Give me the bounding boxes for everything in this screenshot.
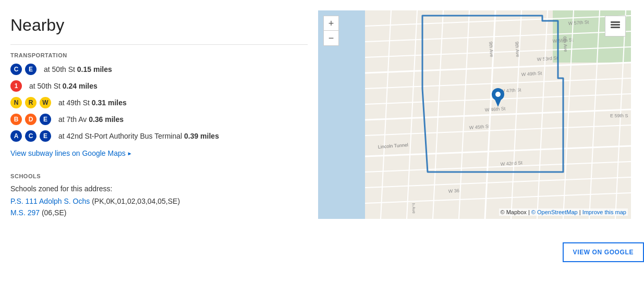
school-link[interactable]: P.S. 111 Adolph S. Ochs — [10, 197, 90, 205]
subway-badge: C — [10, 64, 22, 75]
svg-text:h Ave: h Ave — [411, 203, 416, 214]
svg-rect-48 — [611, 27, 620, 28]
svg-text:E 59th S: E 59th S — [610, 113, 628, 118]
page-title: Nearby — [10, 16, 308, 35]
zoom-in-button[interactable]: + — [324, 16, 338, 31]
subway-badge: 1 — [10, 80, 22, 92]
map-attribution: © Mapbox | © OpenStreetMap | Improve thi… — [499, 208, 628, 216]
subway-badge: R — [25, 97, 37, 108]
arrow-right-icon: ► — [127, 151, 132, 156]
subway-badge: W — [40, 97, 51, 108]
transport-item: BDEat 7th Av 0.36 miles — [10, 114, 308, 125]
transportation-section-label: TRANSPORTATION — [10, 52, 308, 58]
right-panel: W 57th St W 55th St W 53rd St W 49th St … — [318, 10, 644, 273]
subway-badge: E — [40, 114, 51, 125]
school-link[interactable]: M.S. 297 — [10, 208, 40, 217]
school-item: M.S. 297 (06,SE) — [10, 208, 308, 217]
subway-badge: D — [25, 114, 37, 125]
school-item: P.S. 111 Adolph S. Ochs (PK,0K,01,02,03,… — [10, 197, 308, 205]
schools-list: P.S. 111 Adolph S. Ochs (PK,0K,01,02,03,… — [10, 197, 308, 217]
svg-text:9th Ave: 9th Ave — [514, 41, 520, 57]
subway-badge: C — [25, 130, 37, 142]
map-svg: W 57th St W 55th St W 53rd St W 49th St … — [318, 10, 631, 219]
transport-item-text: at 42nd St-Port Authority Bus Terminal 0… — [58, 132, 219, 140]
school-grades: (PK,0K,01,02,03,04,05,SE) — [90, 197, 180, 205]
transport-item-text: at 50th St 0.24 miles — [29, 82, 98, 90]
svg-point-44 — [495, 92, 501, 97]
subway-badge: A — [10, 130, 22, 142]
layers-icon — [610, 20, 621, 32]
svg-rect-49 — [611, 21, 620, 23]
divider — [10, 44, 308, 45]
improve-map-link[interactable]: Improve this map — [582, 209, 626, 215]
svg-text:6th Ave: 6th Ave — [562, 36, 568, 52]
transport-item-text: at 50th St 0.15 miles — [44, 65, 112, 73]
svg-text:W 36: W 36 — [448, 188, 459, 194]
zoom-out-button[interactable]: − — [324, 31, 338, 45]
transport-list: CEat 50th St 0.15 miles1at 50th St 0.24 … — [10, 64, 308, 142]
osm-attribution-link[interactable]: © OpenStreetMap — [531, 209, 578, 215]
school-grades: (06,SE) — [40, 208, 66, 217]
schools-section: SCHOOLS Schools zoned for this address: … — [10, 173, 308, 217]
map-zoom-controls: + − — [323, 16, 339, 46]
transport-item-text: at 49th St 0.31 miles — [58, 99, 127, 107]
view-on-google-button[interactable]: VIEW ON GOOGLE — [563, 242, 644, 262]
transport-item: ACEat 42nd St-Port Authority Bus Termina… — [10, 130, 308, 142]
subway-badge: E — [40, 130, 51, 142]
schools-intro-text: Schools zoned for this address: — [10, 184, 308, 193]
map-container: W 57th St W 55th St W 53rd St W 49th St … — [318, 10, 631, 219]
subway-badge: B — [10, 114, 22, 125]
transport-item: NRWat 49th St 0.31 miles — [10, 97, 308, 108]
subway-badge: N — [10, 97, 22, 108]
schools-section-label: SCHOOLS — [10, 173, 308, 179]
view-subway-lines-link[interactable]: View subway lines on Google Maps ► — [10, 149, 132, 157]
transport-item: CEat 50th St 0.15 miles — [10, 64, 308, 75]
subway-badge: E — [25, 64, 37, 75]
svg-rect-47 — [611, 24, 620, 26]
left-panel: Nearby TRANSPORTATION CEat 50th St 0.15 … — [0, 10, 318, 273]
map-layers-button[interactable] — [605, 16, 626, 36]
transport-item-text: at 7th Av 0.36 miles — [58, 115, 124, 124]
transport-item: 1at 50th St 0.24 miles — [10, 80, 308, 92]
svg-text:9th Ave: 9th Ave — [488, 41, 494, 57]
